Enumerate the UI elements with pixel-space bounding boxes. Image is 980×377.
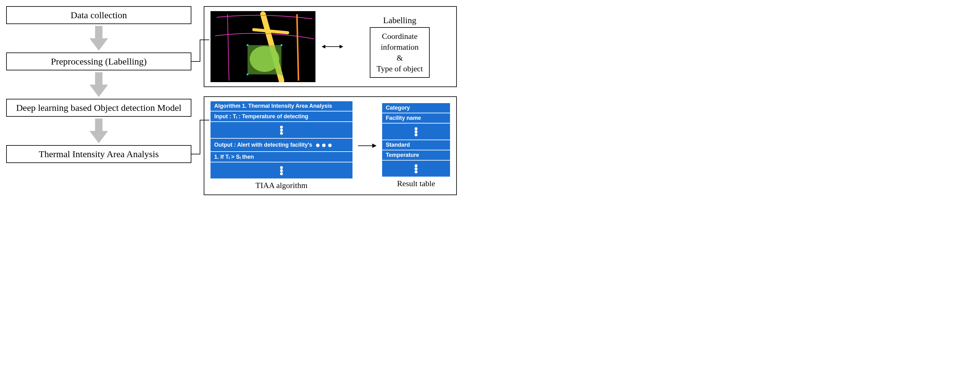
flow-arrow-icon bbox=[89, 26, 108, 51]
table-row: ●●● bbox=[210, 162, 353, 178]
labelling-line: information bbox=[377, 42, 423, 52]
table-row: Algorithm 1. Thermal Intensity Area Anal… bbox=[210, 101, 353, 111]
table-row: Standard bbox=[382, 140, 450, 150]
svg-point-10 bbox=[247, 73, 248, 75]
table-row: ●●● bbox=[210, 122, 353, 138]
double-arrow-icon bbox=[321, 43, 343, 50]
table-row: Facility name bbox=[382, 113, 450, 123]
flow-label: Thermal Intensity Area Analysis bbox=[38, 149, 159, 159]
panel-labelling: Labelling Coordinate information & Type … bbox=[204, 6, 457, 87]
labelling-box: Coordinate information & Type of object bbox=[370, 27, 430, 78]
thermal-image bbox=[210, 11, 315, 82]
horizontal-dots-icon: ●●● bbox=[315, 140, 334, 150]
labelling-block: Labelling Coordinate information & Type … bbox=[349, 16, 450, 78]
tiaa-algorithm-block: Algorithm 1. Thermal Intensity Area Anal… bbox=[210, 101, 353, 190]
result-table: Category Facility name ●●● Standard Temp… bbox=[382, 103, 450, 177]
svg-marker-2 bbox=[89, 119, 108, 143]
table-row: Input : Tᵢ : Temperature of detecting bbox=[210, 111, 353, 121]
table-row: ●●● bbox=[382, 124, 450, 140]
diagram-root: Data collection Preprocessing (Labelling… bbox=[6, 6, 974, 195]
flow-label: Data collection bbox=[71, 10, 127, 20]
svg-point-8 bbox=[247, 44, 248, 46]
flow-column: Data collection Preprocessing (Labelling… bbox=[6, 6, 191, 163]
result-caption: Result table bbox=[397, 179, 435, 188]
svg-point-11 bbox=[281, 73, 282, 75]
svg-marker-14 bbox=[339, 45, 343, 48]
svg-marker-13 bbox=[321, 45, 325, 48]
labelling-line: Coordinate bbox=[377, 31, 423, 42]
tiaa-caption: TIAA algorithm bbox=[256, 181, 307, 190]
flow-arrow-icon bbox=[89, 72, 108, 97]
flow-label: Preprocessing (Labelling) bbox=[51, 56, 147, 67]
labelling-line: & bbox=[377, 52, 423, 63]
detail-column: Labelling Coordinate information & Type … bbox=[204, 6, 457, 195]
table-row: Category bbox=[382, 103, 450, 113]
thermal-image-icon bbox=[210, 11, 315, 82]
panel-tiaa: Algorithm 1. Thermal Intensity Area Anal… bbox=[204, 96, 457, 195]
svg-marker-1 bbox=[89, 72, 108, 97]
flow-arrow-icon bbox=[89, 119, 108, 143]
vertical-dots-icon: ●●● bbox=[214, 126, 349, 135]
flow-box-tiaa: Thermal Intensity Area Analysis bbox=[6, 145, 191, 163]
svg-point-7 bbox=[250, 46, 279, 72]
table-row: 1. If Tᵢ > Sᵢ then bbox=[210, 152, 353, 162]
svg-marker-0 bbox=[89, 26, 108, 51]
vertical-dots-icon: ●●● bbox=[386, 164, 446, 173]
table-row: Temperature bbox=[382, 150, 450, 160]
flow-box-preprocessing: Preprocessing (Labelling) bbox=[6, 52, 191, 70]
vertical-dots-icon: ●●● bbox=[386, 127, 446, 136]
table-row: Output : Alert with detecting facility's… bbox=[210, 138, 353, 151]
result-table-block: Category Facility name ●●● Standard Temp… bbox=[382, 103, 450, 188]
vertical-dots-icon: ●●● bbox=[214, 166, 349, 175]
svg-point-9 bbox=[281, 44, 282, 46]
flow-label: Deep learning based Object detection Mod… bbox=[16, 102, 181, 113]
svg-marker-16 bbox=[372, 143, 377, 148]
arrow-right-icon bbox=[358, 142, 377, 150]
flow-box-deep-learning: Deep learning based Object detection Mod… bbox=[6, 99, 191, 117]
labelling-line: Type of object bbox=[377, 63, 423, 74]
labelling-title: Labelling bbox=[383, 16, 416, 25]
tiaa-algorithm-table: Algorithm 1. Thermal Intensity Area Anal… bbox=[210, 101, 353, 178]
table-row: ●●● bbox=[382, 161, 450, 177]
flow-box-data-collection: Data collection bbox=[6, 6, 191, 24]
